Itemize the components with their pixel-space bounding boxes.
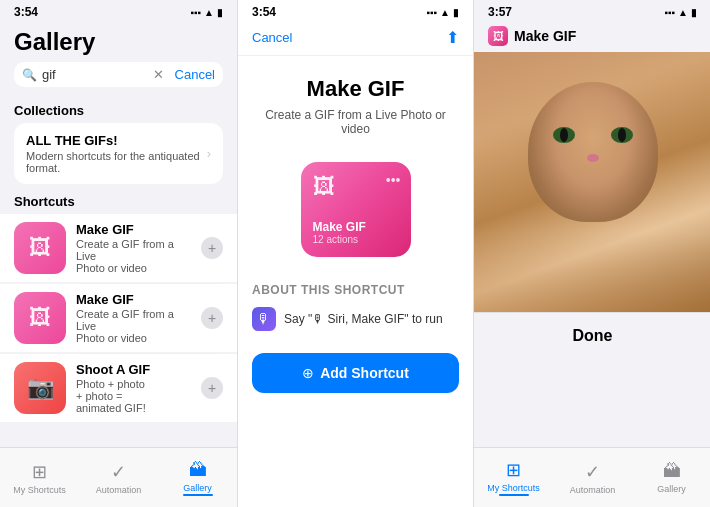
signal-icon-2: ▪▪▪ (426, 7, 437, 18)
make-gif-hero: Make GIF Create a GIF from a Live Photo … (238, 56, 473, 152)
shortcut-name-2: Make GIF (76, 292, 191, 307)
collection-card[interactable]: ALL THE GIFs! Modern shortcuts for the a… (14, 123, 223, 184)
time-3: 3:57 (488, 5, 512, 19)
gif-icon-1: 🖼 (29, 235, 51, 261)
siri-row: 🎙 Say "🎙 Siri, Make GIF" to run (252, 307, 459, 331)
cat-face (528, 82, 658, 222)
my-shortcuts-icon-3: ⊞ (506, 459, 521, 481)
card-name: Make GIF (313, 220, 399, 234)
chevron-icon: › (207, 146, 211, 161)
card-actions: 12 actions (313, 234, 399, 245)
make-gif-subtitle: Create a GIF from a Live Photo or video (252, 108, 459, 136)
collection-text: ALL THE GIFs! Modern shortcuts for the a… (26, 133, 207, 174)
shortcut-text-3: Shoot A GIF Photo + photo+ photo =animat… (76, 362, 191, 414)
wifi-icon-2: ▲ (440, 7, 450, 18)
screen-gallery: 3:54 ▪▪▪ ▲ ▮ Gallery 🔍 gif ✕ Cancel Coll… (0, 0, 237, 507)
cat-right-eye (611, 127, 633, 143)
shortcut-desc-3: Photo + photo+ photo =animated GIF! (76, 378, 191, 414)
signal-icon: ▪▪▪ (190, 7, 201, 18)
search-value[interactable]: gif (42, 67, 148, 82)
shortcut-item-3[interactable]: 📷 Shoot A GIF Photo + photo+ photo =anim… (0, 354, 237, 422)
add-shortcut-button[interactable]: ⊕ Add Shortcut (252, 353, 459, 393)
nav-active-indicator-3 (499, 494, 529, 496)
automation-icon-3: ✓ (585, 461, 600, 483)
shortcut-desc-1: Create a GIF from a LivePhoto or video (76, 238, 191, 274)
shortcut-text-2: Make GIF Create a GIF from a LivePhoto o… (76, 292, 191, 344)
status-bar-1: 3:54 ▪▪▪ ▲ ▮ (0, 0, 237, 22)
nav-automation-1[interactable]: ✓ Automation (89, 461, 149, 495)
cat-photo (474, 52, 710, 312)
battery-icon: ▮ (217, 7, 223, 18)
done-bar: Done (474, 312, 710, 359)
card-dots-icon[interactable]: ••• (386, 172, 401, 188)
add-shortcut-button-2[interactable]: + (201, 307, 223, 329)
siri-text: Say "🎙 Siri, Make GIF" to run (284, 312, 443, 326)
gallery-header: Gallery 🔍 gif ✕ Cancel (0, 22, 237, 93)
nav-gallery-3[interactable]: 🏔 Gallery (642, 461, 702, 494)
add-icon: ⊕ (302, 365, 314, 381)
app-icon: 🖼 (488, 26, 508, 46)
bottom-nav-3: ⊞ My Shortcuts ✓ Automation 🏔 Gallery (474, 447, 710, 507)
nav-my-shortcuts-3[interactable]: ⊞ My Shortcuts (484, 459, 544, 496)
cat-left-pupil (560, 128, 568, 142)
nav-gallery-1[interactable]: 🏔 Gallery (168, 460, 228, 496)
signal-icon-3: ▪▪▪ (664, 7, 675, 18)
collection-name: ALL THE GIFs! (26, 133, 207, 148)
make-gif-title: Make GIF (252, 76, 459, 102)
search-bar[interactable]: 🔍 gif ✕ Cancel (14, 62, 223, 87)
shortcut-icon-3: 📷 (14, 362, 66, 414)
battery-icon-2: ▮ (453, 7, 459, 18)
gallery-nav-icon: 🏔 (189, 460, 207, 481)
add-shortcut-button-3[interactable]: + (201, 377, 223, 399)
time-2: 3:54 (252, 5, 276, 19)
add-shortcut-button-1[interactable]: + (201, 237, 223, 259)
shortcuts-heading: Shortcuts (0, 184, 237, 214)
battery-icon-3: ▮ (691, 7, 697, 18)
cat-fur (528, 82, 658, 222)
about-section: About This Shortcut 🎙 Say "🎙 Siri, Make … (238, 267, 473, 341)
shortcut-name-3: Shoot A GIF (76, 362, 191, 377)
cat-nose (587, 154, 599, 162)
nav-active-indicator (183, 494, 213, 496)
status-icons-3: ▪▪▪ ▲ ▮ (664, 7, 697, 18)
running-title: Make GIF (514, 28, 576, 44)
shortcut-item-2[interactable]: 🖼 Make GIF Create a GIF from a LivePhoto… (0, 284, 237, 352)
screen-running-gif: 3:57 ▪▪▪ ▲ ▮ 🖼 Make GIF Done (474, 0, 710, 507)
nav-automation-3[interactable]: ✓ Automation (563, 461, 623, 495)
status-icons-2: ▪▪▪ ▲ ▮ (426, 7, 459, 18)
shortcut-item-1[interactable]: 🖼 Make GIF Create a GIF from a LivePhoto… (0, 214, 237, 282)
shortcut-icon-2: 🖼 (14, 292, 66, 344)
status-bar-3: 3:57 ▪▪▪ ▲ ▮ (474, 0, 710, 22)
siri-icon: 🎙 (252, 307, 276, 331)
gallery-nav-icon-3: 🏔 (663, 461, 681, 482)
shortcut-name-1: Make GIF (76, 222, 191, 237)
search-icon: 🔍 (22, 68, 37, 82)
my-shortcuts-icon: ⊞ (32, 461, 47, 483)
automation-icon: ✓ (111, 461, 126, 483)
camera-icon-3: 📷 (27, 375, 54, 401)
collections-heading: Collections (0, 93, 237, 123)
cat-left-eye (553, 127, 575, 143)
about-title: About This Shortcut (252, 283, 459, 297)
done-button[interactable]: Done (573, 327, 613, 344)
nav-my-shortcuts-1[interactable]: ⊞ My Shortcuts (10, 461, 70, 495)
search-cancel-button[interactable]: Cancel (175, 67, 215, 82)
collection-desc: Modern shortcuts for the antiquated form… (26, 150, 207, 174)
time-1: 3:54 (14, 5, 38, 19)
shortcut-desc-2: Create a GIF from a LivePhoto or video (76, 308, 191, 344)
shortcut-text-1: Make GIF Create a GIF from a LivePhoto o… (76, 222, 191, 274)
bottom-nav-1: ⊞ My Shortcuts ✓ Automation 🏔 Gallery (0, 447, 237, 507)
cancel-button[interactable]: Cancel (252, 30, 292, 45)
search-clear-icon[interactable]: ✕ (153, 67, 164, 82)
wifi-icon-3: ▲ (678, 7, 688, 18)
wifi-icon: ▲ (204, 7, 214, 18)
shortcut-icon-1: 🖼 (14, 222, 66, 274)
screen-make-gif: 3:54 ▪▪▪ ▲ ▮ Cancel ⬆ Make GIF Create a … (237, 0, 474, 507)
running-topbar: 🖼 Make GIF (474, 22, 710, 52)
gallery-title: Gallery (14, 26, 223, 62)
share-button[interactable]: ⬆ (446, 28, 459, 47)
make-gif-card[interactable]: 🖼 ••• Make GIF 12 actions (301, 162, 411, 257)
status-icons-1: ▪▪▪ ▲ ▮ (190, 7, 223, 18)
shortcut-card-container: 🖼 ••• Make GIF 12 actions (238, 152, 473, 267)
card-gif-icon: 🖼 (313, 174, 335, 199)
